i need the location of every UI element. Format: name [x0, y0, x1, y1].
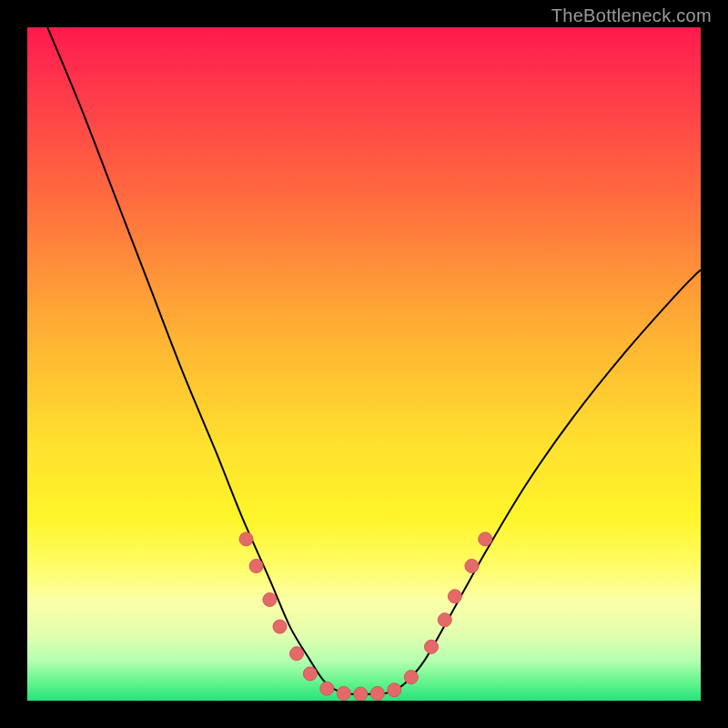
chart-plot-area [27, 27, 701, 701]
curve-marker-group [239, 532, 492, 701]
curve-marker [263, 593, 277, 607]
curve-marker [239, 532, 253, 546]
curve-marker [249, 560, 263, 573]
curve-marker [320, 682, 334, 695]
curve-marker [354, 687, 368, 701]
bottleneck-chart-svg [27, 27, 701, 701]
curve-marker [370, 686, 384, 700]
curve-marker [290, 647, 304, 661]
curve-marker [479, 532, 492, 546]
curve-marker [438, 613, 451, 627]
bottleneck-curve-path [47, 27, 701, 694]
curve-marker [303, 667, 317, 681]
curve-marker [404, 671, 418, 684]
watermark-text: TheBottleneck.com [551, 5, 712, 26]
curve-marker [273, 620, 287, 633]
curve-marker [448, 590, 461, 603]
curve-marker [388, 683, 401, 697]
curve-marker [337, 686, 350, 700]
curve-marker [425, 640, 439, 653]
curve-marker [465, 560, 479, 573]
